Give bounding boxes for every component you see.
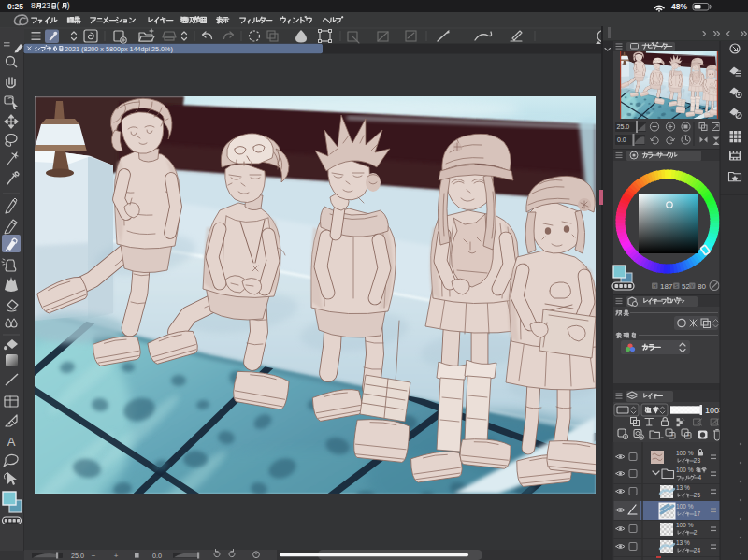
svg-text:H: H [653, 283, 656, 289]
svg-text:0.0: 0.0 [617, 136, 626, 143]
svg-text:+: + [114, 552, 119, 560]
svg-text:): ) [67, 1, 70, 10]
svg-text:24: 24 [694, 547, 701, 553]
svg-text:2021 (8200 x 5800px 144dpi 25.: 2021 (8200 x 5800px 144dpi 25.0%) [65, 45, 173, 53]
svg-text:25.0: 25.0 [617, 123, 630, 130]
svg-text:A: A [7, 435, 16, 449]
svg-text:100 %: 100 % [676, 450, 694, 456]
svg-text:100 %: 100 % [676, 467, 694, 473]
svg-text:0.0: 0.0 [152, 552, 162, 560]
svg-text:(: ( [56, 1, 59, 10]
svg-text:100 %: 100 % [676, 503, 694, 510]
svg-text:17: 17 [694, 510, 701, 517]
svg-text:13 %: 13 % [676, 539, 690, 546]
svg-text:23: 23 [694, 457, 701, 464]
svg-text:100: 100 [705, 406, 719, 415]
svg-text:25: 25 [694, 492, 701, 498]
svg-text:13 %: 13 % [676, 484, 690, 491]
svg-text:8: 8 [31, 1, 36, 10]
svg-text:0:25: 0:25 [7, 2, 23, 11]
svg-text:48%: 48% [671, 2, 687, 11]
svg-text:−: − [92, 552, 96, 560]
svg-text:100 %: 100 % [676, 522, 694, 528]
svg-text:23: 23 [41, 1, 50, 10]
svg-text:80: 80 [698, 282, 706, 291]
svg-text:187: 187 [660, 282, 673, 291]
svg-text:2: 2 [694, 529, 698, 536]
svg-text:4: 4 [698, 474, 702, 481]
svg-text:+: + [670, 432, 674, 438]
svg-text:+: + [686, 432, 690, 438]
svg-text:25.0: 25.0 [71, 552, 84, 560]
